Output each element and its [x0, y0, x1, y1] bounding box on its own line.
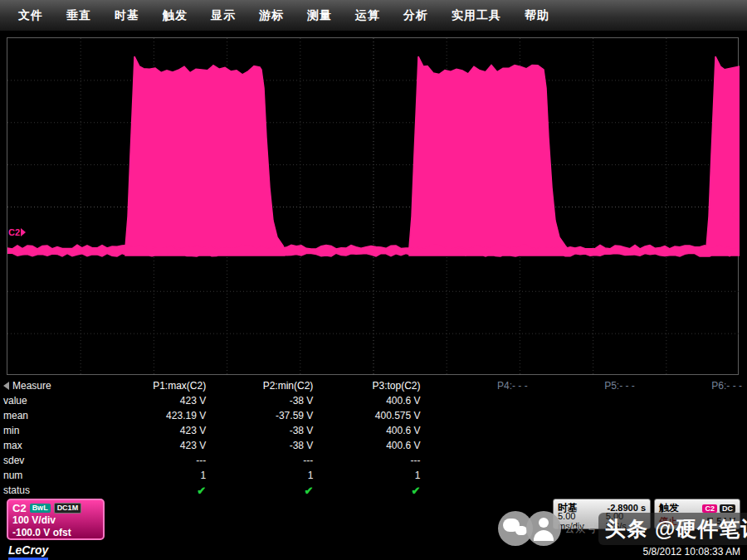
- channel-offset: -100.0 V ofst: [12, 527, 99, 539]
- menu-item-cursor[interactable]: 游标: [247, 0, 295, 32]
- measure-min-row: min 423 V -38 V 400.6 V: [0, 423, 747, 438]
- menu-item-file[interactable]: 文件: [7, 0, 55, 32]
- p3-min: 400.6 V: [318, 425, 425, 436]
- p1-mean: 423.19 V: [104, 410, 211, 421]
- trigger-level-marker[interactable]: [731, 209, 739, 221]
- p3-sdev: ---: [318, 455, 425, 466]
- p2-max: -38 V: [211, 440, 318, 451]
- coupling-badge: DC1M: [54, 503, 82, 514]
- waveform-display: C2: [7, 37, 739, 375]
- bandwidth-limit-badge: BwL: [30, 504, 51, 513]
- channel-c2-descriptor[interactable]: C2 BwL DC1M 100 V/div -100.0 V ofst: [7, 499, 105, 540]
- p2-status-check-icon: ✔: [211, 485, 318, 497]
- watermark-text: 头条 @硬件笔记本: [598, 513, 747, 545]
- row-label-status: status: [0, 485, 104, 496]
- menu-item-utilities[interactable]: 实用工具: [440, 0, 513, 32]
- timestamp: 5/8/2012 10:08:33 AM: [643, 546, 740, 558]
- p1-status-check-icon: ✔: [104, 485, 211, 497]
- measure-p6-header[interactable]: P6:- - -: [640, 380, 747, 392]
- channel-marker-label: C2: [8, 227, 20, 237]
- measure-section-label: Measure: [0, 380, 104, 392]
- p1-num: 1: [104, 470, 211, 481]
- measure-status-row: status ✔ ✔ ✔: [0, 483, 747, 498]
- p1-sdev: ---: [104, 455, 211, 466]
- row-label-value: value: [0, 395, 104, 407]
- row-label-mean: mean: [0, 410, 104, 421]
- measure-max-row: max 423 V -38 V 400.6 V: [0, 438, 747, 453]
- menu-item-vertical[interactable]: 垂直: [55, 0, 103, 32]
- menu-item-math[interactable]: 运算: [344, 0, 392, 32]
- row-label-min: min: [0, 425, 104, 436]
- watermark-faint-text: 公众号: [564, 521, 597, 536]
- row-label-num: num: [0, 470, 104, 481]
- collapse-arrow-icon[interactable]: [3, 382, 9, 390]
- measure-p5-header[interactable]: P5:- - -: [533, 380, 640, 392]
- measure-header-row: Measure P1:max(C2) P2:min(C2) P3:top(C2)…: [0, 378, 747, 393]
- p2-min: -38 V: [211, 425, 318, 436]
- grid-lines: [7, 38, 740, 376]
- user-icon: [526, 511, 561, 546]
- menu-item-trigger[interactable]: 触发: [151, 0, 199, 32]
- p2-mean: -37.59 V: [211, 410, 318, 421]
- channel-scale: 100 V/div: [12, 514, 99, 527]
- lecroy-logo: LeCroy: [8, 543, 48, 560]
- p1-min: 423 V: [104, 425, 211, 436]
- measure-panel: Measure P1:max(C2) P2:min(C2) P3:top(C2)…: [0, 378, 747, 498]
- menu-item-analysis[interactable]: 分析: [392, 0, 440, 32]
- p2-value: -38 V: [211, 395, 318, 407]
- measure-p2-header[interactable]: P2:min(C2): [211, 380, 318, 392]
- p3-mean: 400.575 V: [318, 410, 425, 421]
- p3-value: 400.6 V: [318, 395, 425, 407]
- channel-marker-arrow-icon: [21, 228, 26, 236]
- measure-sdev-row: sdev --- --- ---: [0, 453, 747, 468]
- menu-item-help[interactable]: 帮助: [513, 0, 561, 32]
- measure-title: Measure: [12, 380, 51, 392]
- channel2-trace: [7, 56, 740, 256]
- p3-status-check-icon: ✔: [318, 485, 425, 497]
- menu-item-timebase[interactable]: 时基: [103, 0, 151, 32]
- channel-offset-marker[interactable]: C2: [8, 227, 26, 237]
- measure-mean-row: mean 423.19 V -37.59 V 400.575 V: [0, 408, 747, 423]
- menu-bar: 文件 垂直 时基 触发 显示 游标 测量 运算 分析 实用工具 帮助: [0, 0, 747, 32]
- p2-num: 1: [211, 470, 318, 481]
- measure-p1-header[interactable]: P1:max(C2): [104, 380, 211, 392]
- p2-sdev: ---: [211, 455, 318, 466]
- menu-item-measure[interactable]: 测量: [295, 0, 344, 32]
- p1-value: 423 V: [104, 395, 211, 407]
- menu-item-display[interactable]: 显示: [199, 0, 247, 32]
- measure-value-row: value 423 V -38 V 400.6 V: [0, 393, 747, 408]
- p3-num: 1: [318, 470, 425, 481]
- row-label-max: max: [0, 440, 104, 451]
- watermark: 公众号 头条 @硬件笔记本: [498, 511, 747, 546]
- measure-p4-header[interactable]: P4:- - -: [426, 380, 533, 392]
- measure-p3-header[interactable]: P3:top(C2): [318, 380, 425, 392]
- channel-label: C2: [12, 502, 27, 514]
- waveform-svg: [7, 38, 740, 376]
- measure-num-row: num 1 1 1: [0, 468, 747, 483]
- row-label-sdev: sdev: [0, 455, 104, 466]
- p3-max: 400.6 V: [318, 440, 425, 451]
- p1-max: 423 V: [104, 440, 211, 451]
